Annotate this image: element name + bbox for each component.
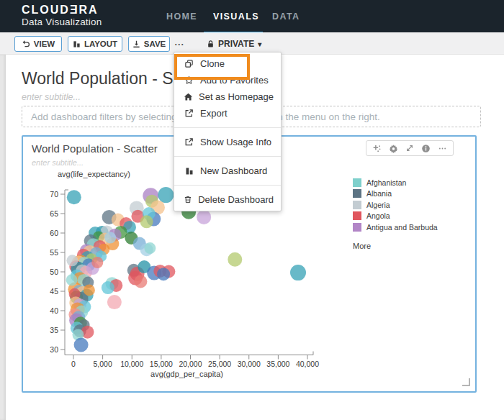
menu-item-set-as-homepage[interactable]: Set as Homepage bbox=[174, 88, 281, 105]
svg-text:10,000: 10,000 bbox=[120, 360, 143, 368]
scatter-point[interactable] bbox=[66, 255, 78, 266]
legend-more-link[interactable]: More bbox=[353, 242, 472, 250]
legend-item[interactable]: Angola bbox=[353, 211, 472, 222]
scatter-point[interactable] bbox=[134, 275, 147, 288]
svg-text:5,000: 5,000 bbox=[93, 360, 112, 368]
undo-icon bbox=[22, 40, 30, 48]
view-button[interactable]: VIEW bbox=[14, 36, 62, 52]
cloudera-logo: CLOUDƎRA Data Visualization bbox=[22, 4, 102, 28]
menu-item-label: Set as Homepage bbox=[199, 91, 274, 102]
scatter-point[interactable] bbox=[290, 265, 306, 280]
menu-divider bbox=[174, 127, 281, 128]
top-navbar: CLOUDƎRA Data Visualization HOME VISUALS… bbox=[0, 0, 504, 32]
menu-item-delete-dashboard[interactable]: Delete Dashboard bbox=[174, 191, 281, 208]
scatter-point[interactable] bbox=[104, 232, 116, 244]
svg-text:30: 30 bbox=[50, 345, 58, 354]
legend-label: Angola bbox=[366, 211, 390, 220]
brand-product: Data Visualization bbox=[22, 17, 102, 28]
menu-divider bbox=[174, 185, 281, 186]
menu-item-label: Add to Favorites bbox=[200, 75, 269, 86]
more-actions-button[interactable]: ••• bbox=[175, 36, 184, 52]
menu-item-add-to-favorites[interactable]: Add to Favorites bbox=[174, 72, 281, 88]
svg-text:0: 0 bbox=[71, 360, 76, 368]
menu-item-new-dashboard[interactable]: New Dashboard bbox=[174, 163, 281, 179]
menu-item-show-usage-info[interactable]: Show Usage Info bbox=[174, 134, 281, 150]
scatter-point[interactable] bbox=[197, 210, 211, 224]
scatter-point[interactable] bbox=[140, 215, 153, 228]
scatter-point[interactable] bbox=[158, 187, 174, 203]
left-gutter bbox=[0, 55, 6, 420]
legend-item[interactable]: Antigua and Barbuda bbox=[353, 222, 472, 232]
view-button-label: VIEW bbox=[34, 40, 55, 48]
menu-item-label: New Dashboard bbox=[200, 165, 267, 176]
panel-resize-handle[interactable] bbox=[462, 378, 470, 386]
menu-item-label: Delete Dashboard bbox=[198, 194, 274, 205]
sparkle-icon[interactable] bbox=[372, 144, 382, 153]
dashboard-icon bbox=[184, 167, 194, 175]
legend-item[interactable]: Albania bbox=[353, 188, 472, 199]
caret-down-icon: ▾ bbox=[258, 40, 261, 48]
nav-tab-data[interactable]: DATA bbox=[272, 12, 300, 22]
expand-icon[interactable] bbox=[405, 144, 414, 152]
scatter-point[interactable] bbox=[67, 190, 81, 204]
home-icon bbox=[184, 92, 193, 101]
scatter-point[interactable] bbox=[66, 274, 78, 286]
scatter-point[interactable] bbox=[91, 257, 103, 268]
legend-item[interactable]: Afghanistan bbox=[353, 177, 472, 188]
scatter-point[interactable] bbox=[107, 295, 122, 309]
svg-text:35,000: 35,000 bbox=[266, 360, 289, 368]
scatter-point[interactable] bbox=[144, 242, 156, 254]
layout-button-label: LAYOUT bbox=[84, 40, 117, 48]
export-icon bbox=[184, 137, 194, 147]
save-icon bbox=[132, 40, 140, 48]
legend-swatch bbox=[353, 223, 361, 232]
nav-tab-visuals[interactable]: VISUALS bbox=[213, 12, 259, 22]
svg-text:50: 50 bbox=[50, 268, 58, 276]
menu-item-export[interactable]: Export bbox=[174, 105, 281, 122]
legend-label: Albania bbox=[366, 189, 392, 198]
ellipsis-icon[interactable] bbox=[438, 144, 447, 153]
svg-text:20,000: 20,000 bbox=[179, 360, 202, 368]
save-button-label: SAVE bbox=[144, 40, 166, 48]
private-dropdown-menu: CloneAdd to FavoritesSet as HomepageExpo… bbox=[174, 52, 282, 211]
svg-text:70: 70 bbox=[50, 190, 58, 198]
save-button[interactable]: SAVE bbox=[128, 36, 170, 52]
lock-icon bbox=[207, 40, 215, 48]
svg-text:25,000: 25,000 bbox=[208, 360, 231, 368]
scatter-point[interactable] bbox=[157, 268, 170, 280]
legend-label: Antigua and Barbuda bbox=[366, 223, 438, 232]
svg-text:15,000: 15,000 bbox=[150, 360, 173, 368]
menu-item-clone[interactable]: Clone bbox=[174, 55, 281, 72]
gear-icon[interactable] bbox=[389, 144, 398, 153]
svg-text:65: 65 bbox=[50, 209, 58, 218]
svg-text:40,000: 40,000 bbox=[296, 360, 319, 368]
legend-item[interactable]: Algeria bbox=[353, 199, 472, 210]
scatter-point[interactable] bbox=[228, 252, 242, 267]
scatter-point[interactable] bbox=[102, 281, 114, 294]
brand-name: CLOUDƎRA bbox=[22, 4, 102, 17]
visual-widget-toolbar bbox=[366, 140, 454, 156]
scatter-point[interactable] bbox=[74, 338, 89, 352]
svg-text:40: 40 bbox=[50, 306, 58, 315]
trash-icon bbox=[184, 195, 192, 204]
menu-item-label: Show Usage Info bbox=[200, 137, 271, 147]
export-icon bbox=[184, 109, 194, 118]
layout-button[interactable]: LAYOUT bbox=[68, 36, 122, 52]
menu-item-label: Export bbox=[200, 108, 228, 119]
svg-text:avg(gdp_per_capita): avg(gdp_per_capita) bbox=[150, 370, 223, 378]
legend-swatch bbox=[353, 178, 361, 187]
nav-tab-home[interactable]: HOME bbox=[166, 12, 197, 22]
menu-item-label: Clone bbox=[200, 58, 225, 69]
scatter-point[interactable] bbox=[84, 284, 95, 296]
info-icon[interactable] bbox=[421, 144, 431, 153]
legend-swatch bbox=[353, 211, 361, 220]
legend-label: Algeria bbox=[366, 201, 390, 209]
svg-text:45: 45 bbox=[50, 287, 58, 296]
private-dropdown-button[interactable]: PRIVATE ▾ bbox=[207, 36, 261, 52]
svg-text:35: 35 bbox=[50, 326, 58, 334]
page-subtitle-placeholder[interactable]: enter subtitle... bbox=[22, 92, 81, 102]
star-icon bbox=[184, 76, 194, 85]
legend-swatch bbox=[353, 201, 361, 209]
svg-text:60: 60 bbox=[50, 229, 58, 237]
svg-text:30,000: 30,000 bbox=[238, 360, 261, 368]
